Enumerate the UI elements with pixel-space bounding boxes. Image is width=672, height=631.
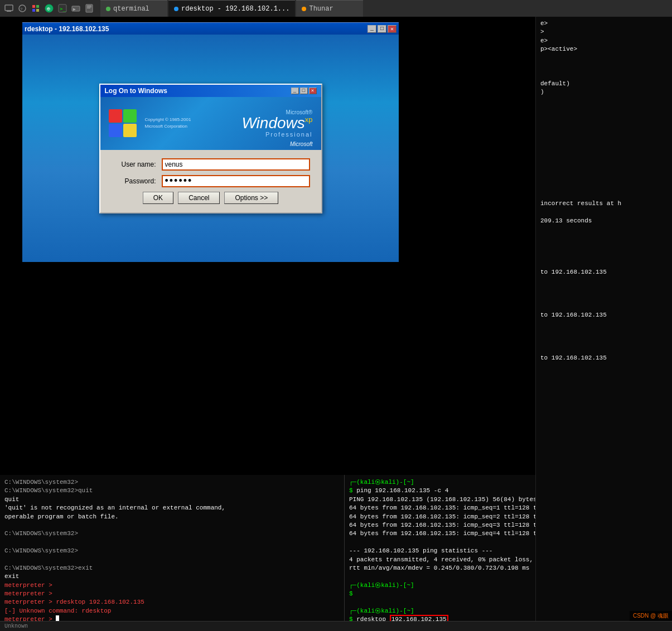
svg-rect-16: [87, 7, 91, 7]
term-line: meterpreter >: [4, 581, 340, 590]
term-line: [349, 572, 531, 581]
maximize-button[interactable]: □: [378, 25, 386, 33]
app-icon-3[interactable]: [30, 3, 41, 14]
microsoft-brand: Microsoft: [290, 141, 313, 147]
term-line: [4, 556, 340, 564]
term-line: [4, 538, 340, 547]
right-terminal: e> > e> p><active> default) ) incorrect …: [535, 17, 672, 631]
taskbar: ? ⊕ >_ ▶ qterminal rdesktop - 192.168.10…: [0, 0, 672, 17]
svg-rect-19: [123, 109, 137, 123]
term-line: 'quit' is not recognized as an internal …: [4, 504, 340, 512]
logon-dialog-title: Log On to Windows: [105, 87, 168, 95]
term-line: C:\WINDOWS\system32>quit: [4, 487, 340, 495]
tab-thunar[interactable]: Thunar: [296, 0, 363, 17]
term-line: $: [349, 590, 531, 598]
minimize-button[interactable]: _: [368, 25, 376, 33]
status-text: Unknown: [4, 623, 28, 629]
term-line: [540, 139, 668, 148]
term-line: [540, 114, 668, 122]
term-line: [540, 131, 668, 139]
svg-rect-17: [87, 8, 90, 8]
cancel-button[interactable]: Cancel: [178, 192, 220, 204]
term-line: [540, 105, 668, 114]
term-line: [540, 225, 668, 234]
term-line: operable program or batch file.: [4, 513, 340, 521]
password-input[interactable]: [162, 175, 310, 187]
app-icon-2[interactable]: ?: [17, 3, 28, 14]
term-line: 209.13 seconds: [540, 217, 668, 225]
svg-rect-20: [109, 124, 122, 137]
windows-text: Windowsxp: [241, 115, 312, 131]
term-line: ): [540, 88, 668, 96]
tab-label-qterminal: qterminal: [113, 5, 149, 13]
options-button[interactable]: Options >>: [224, 192, 278, 204]
csdn-badge: CSDN @ 魂眼: [630, 611, 672, 621]
bottom-right-terminal: ┌─(kali㉿kali)-[~] $ ping 192.168.102.135…: [344, 475, 535, 631]
xp-super-text: xp: [305, 115, 313, 124]
term-line: [349, 538, 531, 547]
logon-windows-logo: Microsoft® Windowsxp Professional: [241, 109, 312, 138]
app-icon-1[interactable]: [3, 3, 14, 14]
app-icon-5[interactable]: >_: [57, 3, 68, 14]
term-line: [540, 242, 668, 251]
term-line: [540, 285, 668, 294]
app-icon-6[interactable]: ▶: [70, 3, 81, 14]
term-line: [540, 251, 668, 260]
logon-buttons: OK Cancel Options >>: [112, 192, 310, 204]
logon-maximize-btn[interactable]: □: [300, 88, 308, 94]
term-line: default): [540, 80, 668, 88]
svg-rect-7: [36, 9, 39, 12]
svg-rect-4: [32, 5, 35, 8]
copyright-line1: Copyright © 1985-2001: [145, 117, 191, 122]
rdesktop-titlebar: rdesktop - 192.168.102.135 _ □ ✕: [22, 22, 399, 35]
professional-text: Professional: [241, 131, 312, 138]
svg-rect-6: [32, 9, 35, 12]
ok-button[interactable]: OK: [143, 192, 173, 204]
term-line: to 192.168.102.135: [540, 311, 668, 319]
term-line: [540, 71, 668, 79]
logon-blue-header: Copyright © 1985-2001 Microsoft Corporat…: [100, 97, 321, 150]
term-line: [349, 598, 531, 606]
term-line: 64 bytes from 192.168.102.135: icmp_seq=…: [349, 504, 531, 512]
term-line: C:\WINDOWS\system32>exit: [4, 564, 340, 572]
term-line: ┌─(kali㉿kali)-[~]: [349, 607, 531, 615]
term-line: to 192.168.102.135: [540, 268, 668, 276]
term-line: 64 bytes from 192.168.102.135: icmp_seq=…: [349, 513, 531, 521]
svg-rect-21: [123, 124, 137, 137]
main-area: rdesktop - 192.168.102.135 _ □ ✕ Log On …: [0, 17, 672, 631]
term-line: PING 192.168.102.135 (192.168.102.135) 5…: [349, 496, 531, 504]
close-button[interactable]: ✕: [388, 25, 397, 33]
term-line: 4 packets transmitted, 4 received, 0% pa…: [349, 556, 531, 564]
svg-rect-5: [36, 5, 39, 8]
rdesktop-window: rdesktop - 192.168.102.135 _ □ ✕ Log On …: [22, 22, 399, 262]
svg-text:⊕: ⊕: [47, 6, 50, 12]
term-line: [540, 328, 668, 337]
term-line: [540, 166, 668, 174]
taskbar-tabs: qterminal rdesktop - 192.168.102.1... Th…: [100, 0, 363, 17]
tab-rdesktop[interactable]: rdesktop - 192.168.102.1...: [168, 0, 295, 17]
rdesktop-window-controls: _ □ ✕: [368, 25, 397, 33]
term-line: [4, 521, 340, 530]
term-line: rtt min/avg/max/mdev = 0.245/0.380/0.723…: [349, 564, 531, 572]
term-line: [540, 260, 668, 268]
password-row: Password:: [112, 175, 310, 187]
tab-qterminal[interactable]: qterminal: [100, 0, 167, 17]
term-line: [540, 346, 668, 354]
term-line: [540, 294, 668, 303]
term-line: [540, 174, 668, 182]
app-icon-7[interactable]: [84, 3, 95, 14]
logon-minimize-btn[interactable]: _: [291, 88, 299, 94]
rdesktop-window-title: rdesktop - 192.168.102.135: [25, 25, 109, 33]
app-icon-4[interactable]: ⊕: [43, 3, 55, 14]
username-input[interactable]: [162, 158, 310, 171]
logon-close-btn[interactable]: ✕: [309, 88, 317, 94]
svg-rect-0: [5, 5, 13, 11]
term-line: [540, 123, 668, 131]
term-line: 64 bytes from 192.168.102.135: icmp_seq=…: [349, 521, 531, 530]
bottom-left-terminal: C:\WINDOWS\system32> C:\WINDOWS\system32…: [0, 475, 344, 631]
term-line: 64 bytes from 192.168.102.135: icmp_seq=…: [349, 530, 531, 538]
svg-rect-18: [109, 109, 122, 123]
svg-text:▶: ▶: [73, 7, 76, 12]
term-line: C:\WINDOWS\system32>: [4, 530, 340, 538]
password-label: Password:: [112, 177, 156, 185]
